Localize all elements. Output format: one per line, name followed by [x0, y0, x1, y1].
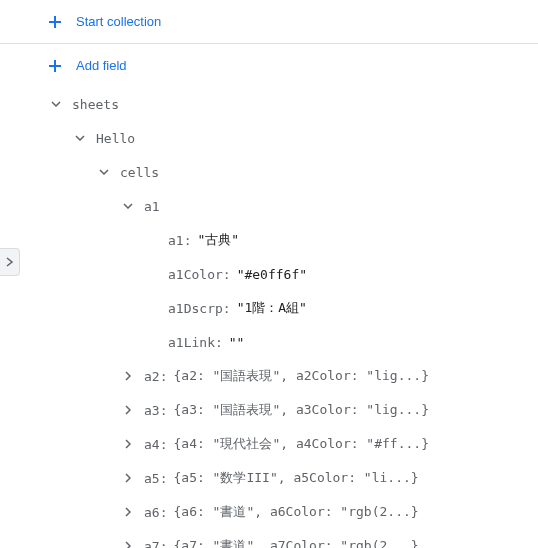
plus-icon: [48, 59, 62, 73]
field-value: "#e0ff6f": [237, 267, 307, 282]
tree-node-a1[interactable]: a1: [48, 189, 538, 223]
field-value: "古典": [197, 231, 239, 249]
add-field-row[interactable]: Add field: [0, 44, 538, 87]
node-key: a4: [144, 437, 160, 452]
caret-right-icon: [120, 371, 136, 381]
node-key: a5: [144, 471, 160, 486]
field-key: a1Link: [168, 335, 215, 350]
field-key: a1Dscrp: [168, 301, 223, 316]
plus-icon: [48, 15, 62, 29]
tree-node-collapsed[interactable]: a3:{a3: "国語表現", a3Color: "lig...}: [48, 393, 538, 427]
caret-right-icon: [120, 473, 136, 483]
node-preview: {a4: "現代社会", a4Color: "#ff...}: [173, 435, 429, 453]
panel-expand-handle[interactable]: [0, 248, 20, 276]
add-field-label: Add field: [76, 58, 127, 73]
node-key: Hello: [96, 131, 135, 146]
field-row[interactable]: a1Link: "": [48, 325, 538, 359]
node-key: a1: [144, 199, 160, 214]
field-key: a1: [168, 233, 184, 248]
node-preview: {a2: "国語表現", a2Color: "lig...}: [173, 367, 429, 385]
tree-node-collapsed[interactable]: a7:{a7: "書道", a7Color: "rgb(2...}: [48, 529, 538, 548]
caret-right-icon: [120, 541, 136, 548]
field-value: "": [229, 335, 245, 350]
node-key: a2: [144, 369, 160, 384]
tree-node-sheets[interactable]: sheets: [48, 87, 538, 121]
chevron-right-icon: [6, 257, 14, 267]
caret-right-icon: [120, 507, 136, 517]
caret-down-icon: [120, 203, 136, 209]
start-collection-row[interactable]: Start collection: [0, 0, 538, 44]
field-tree: sheets Hello cells a1 a1: "古典" a1Color: …: [0, 87, 538, 548]
field-key: a1Color: [168, 267, 223, 282]
tree-node-hello[interactable]: Hello: [48, 121, 538, 155]
node-preview: {a3: "国語表現", a3Color: "lig...}: [173, 401, 429, 419]
caret-right-icon: [120, 439, 136, 449]
start-collection-label: Start collection: [76, 14, 161, 29]
tree-node-collapsed[interactable]: a6:{a6: "書道", a6Color: "rgb(2...}: [48, 495, 538, 529]
node-key: cells: [120, 165, 159, 180]
caret-right-icon: [120, 405, 136, 415]
caret-down-icon: [96, 169, 112, 175]
node-preview: {a5: "数学III", a5Color: "li...}: [173, 469, 418, 487]
field-value: "1階：A組": [237, 299, 307, 317]
node-preview: {a6: "書道", a6Color: "rgb(2...}: [173, 503, 418, 521]
tree-node-cells[interactable]: cells: [48, 155, 538, 189]
field-row[interactable]: a1: "古典": [48, 223, 538, 257]
tree-node-collapsed[interactable]: a2:{a2: "国語表現", a2Color: "lig...}: [48, 359, 538, 393]
caret-down-icon: [48, 101, 64, 107]
field-row[interactable]: a1Color: "#e0ff6f": [48, 257, 538, 291]
node-key: a3: [144, 403, 160, 418]
node-key: a7: [144, 539, 160, 549]
tree-node-collapsed[interactable]: a4:{a4: "現代社会", a4Color: "#ff...}: [48, 427, 538, 461]
field-row[interactable]: a1Dscrp: "1階：A組": [48, 291, 538, 325]
node-preview: {a7: "書道", a7Color: "rgb(2...}: [173, 537, 418, 548]
node-key: sheets: [72, 97, 119, 112]
caret-down-icon: [72, 135, 88, 141]
tree-node-collapsed[interactable]: a5:{a5: "数学III", a5Color: "li...}: [48, 461, 538, 495]
node-key: a6: [144, 505, 160, 520]
